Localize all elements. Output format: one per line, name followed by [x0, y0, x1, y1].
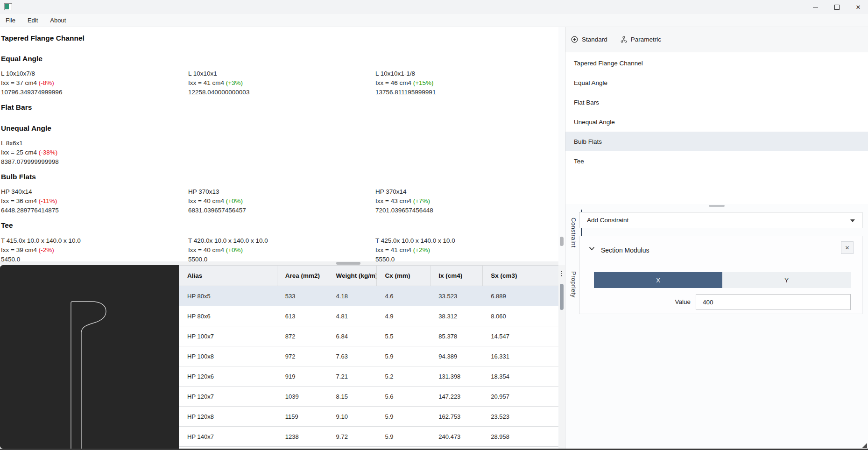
candidate-name: T 420.0x 10.0 x 140.0 x 10.0	[188, 236, 375, 246]
chevron-down-icon	[850, 219, 855, 222]
candidate-section[interactable]: L 10x10x7/8Ixx = 37 cm4 (-8%)10796.34937…	[1, 69, 188, 97]
candidate-section[interactable]: L 8x6x1Ixx = 25 cm4 (-38%)8387.079999999…	[1, 139, 188, 167]
app-icon	[4, 3, 12, 10]
candidate-raw-value: 12258.040000000003	[188, 88, 375, 97]
table-cell: 7.21	[328, 366, 377, 386]
candidate-delta: (-2%)	[39, 246, 54, 253]
vertical-scrollbar[interactable]	[558, 27, 565, 449]
remove-constraint-button[interactable]: ✕	[841, 241, 854, 254]
axis-toggle: X Y	[594, 272, 851, 288]
candidate-ixx: Ixx = 37 cm4 (-8%)	[1, 78, 188, 88]
axis-y-button[interactable]: Y	[722, 272, 851, 288]
table-cell: 9.72	[328, 427, 377, 446]
candidate-sections-pane: Tapered Flange ChannelEqual AngleL 10x10…	[0, 27, 558, 261]
candidate-ixx: Ixx = 39 cm4 (-2%)	[1, 246, 188, 255]
section-items-row: L 10x10x7/8Ixx = 37 cm4 (-8%)10796.34937…	[1, 69, 563, 97]
axis-x-button[interactable]: X	[594, 272, 722, 288]
bulb-flat-profile-drawing	[0, 265, 179, 449]
table-header-cell[interactable]: Weight (kg/m)	[328, 266, 377, 286]
section-type-item[interactable]: Equal Angle	[565, 73, 868, 92]
candidate-raw-value: 6448.289776414875	[1, 206, 188, 215]
table-cell: 94.389	[430, 346, 483, 366]
value-input[interactable]	[696, 294, 851, 310]
table-cell: HP 80x5	[179, 286, 277, 306]
table-cell: 4.9	[377, 306, 430, 326]
table-cell: 240.473	[430, 427, 483, 446]
table-cell: 23.523	[483, 407, 558, 426]
table-cell: 38.312	[430, 306, 483, 326]
table-row[interactable]: HP 140x712389.725.9240.47328.958	[179, 427, 558, 447]
candidate-ixx: Ixx = 46 cm4 (+15%)	[375, 78, 563, 88]
candidate-name: T 425.0x 10.0 x 140.0 x 10.0	[375, 236, 563, 246]
add-constraint-dropdown[interactable]: Add Constraint	[579, 212, 862, 228]
section-heading: Unequal Angle	[1, 124, 51, 133]
section-heading: Flat Bars	[1, 103, 32, 112]
table-header-cell[interactable]: Alias	[179, 266, 277, 286]
section-heading: Tee	[1, 221, 13, 230]
section-heading: Bulb Flats	[1, 172, 36, 182]
table-row[interactable]: HP 80x55334.184.633.5236.889	[179, 286, 558, 306]
table-cell: 33.523	[430, 286, 483, 306]
section-type-item[interactable]: Tee	[565, 151, 868, 171]
tab-parametric[interactable]: Parametric	[621, 36, 661, 43]
candidate-section[interactable]: T 415.0x 10.0 x 140.0 x 10.0Ixx = 39 cm4…	[1, 236, 188, 264]
menu-edit[interactable]: Edit	[28, 17, 38, 24]
table-header-cell[interactable]: Cx (mm)	[377, 266, 430, 286]
section-type-item[interactable]: Tapered Flange Channel	[565, 53, 868, 73]
candidate-section[interactable]: HP 370x13Ixx = 40 cm4 (+0%)6831.03965745…	[188, 187, 375, 215]
table-options-dots-icon[interactable]	[558, 268, 565, 279]
add-constraint-label: Add Constraint	[587, 217, 628, 224]
candidate-section[interactable]: T 420.0x 10.0 x 140.0 x 10.0Ixx = 40 cm4…	[188, 236, 375, 264]
table-row[interactable]: HP 100x78726.845.585.37814.547	[179, 326, 558, 346]
table-row[interactable]: HP 120x710398.155.6147.22320.957	[179, 387, 558, 407]
section-heading: Equal Angle	[1, 54, 42, 63]
candidate-ixx: Ixx = 43 cm4 (+7%)	[375, 197, 563, 206]
table-cell: 5.5	[377, 326, 430, 346]
parametric-icon	[621, 36, 627, 43]
table-scrollbar-thumb[interactable]	[560, 284, 564, 310]
resize-grip[interactable]	[862, 443, 867, 448]
table-header-cell[interactable]: Area (mm2)	[277, 266, 328, 286]
expander-chevron-down-icon[interactable]	[589, 246, 595, 251]
table-header-cell[interactable]: Ix (cm4)	[430, 266, 483, 286]
splitter-grip[interactable]	[709, 205, 725, 207]
section-type-item[interactable]: Unequal Angle	[565, 112, 868, 132]
table-row[interactable]: HP 80x66134.814.938.3128.060	[179, 306, 558, 326]
panel-splitter[interactable]	[565, 204, 868, 208]
menubar: FileEditAbout	[0, 14, 868, 27]
candidate-section[interactable]: HP 370x14Ixx = 43 cm4 (+7%)7201.03965745…	[375, 187, 563, 215]
candidate-ixx: Ixx = 40 cm4 (+0%)	[188, 246, 375, 255]
maximize-button[interactable]	[826, 0, 847, 14]
candidate-section[interactable]: L 10x10x1-1/8Ixx = 46 cm4 (+15%)13756.81…	[375, 69, 563, 97]
maximize-icon	[834, 5, 840, 10]
candidate-section[interactable]: HP 340x14Ixx = 36 cm4 (-11%)6448.2897764…	[1, 187, 188, 215]
section-type-item[interactable]: Bulb Flats	[565, 132, 868, 151]
horizontal-scrollbar[interactable]	[0, 261, 558, 265]
close-button[interactable]: ✕	[847, 0, 868, 14]
table-row[interactable]: HP 120x69197.215.2131.39818.354	[179, 366, 558, 387]
candidate-name: L 10x10x1	[188, 69, 375, 78]
section-type-item[interactable]: Flat Bars	[565, 92, 868, 112]
candidate-name: HP 340x14	[1, 187, 188, 197]
minimize-button[interactable]	[804, 0, 826, 14]
horizontal-scrollbar-thumb[interactable]	[336, 262, 360, 265]
tab-standard[interactable]: Standard	[571, 36, 607, 43]
candidate-raw-value: 7201.039657456448	[375, 206, 563, 215]
table-header-cell[interactable]: Sx (cm3)	[483, 266, 558, 286]
close-icon: ✕	[845, 245, 849, 251]
vertical-scrollbar-thumb[interactable]	[560, 237, 564, 246]
menu-about[interactable]: About	[50, 17, 66, 24]
section-preview-canvas[interactable]	[0, 265, 179, 449]
menu-file[interactable]: File	[6, 17, 15, 24]
table-row[interactable]: HP 120x811599.105.9162.75323.523	[179, 407, 558, 427]
candidate-delta: (+15%)	[413, 79, 434, 86]
table-cell: 162.753	[430, 407, 483, 426]
table-cell: 972	[277, 346, 328, 366]
candidate-section[interactable]: L 10x10x1Ixx = 41 cm4 (+3%)12258.0400000…	[188, 69, 375, 97]
candidate-raw-value: 10796.349374999996	[1, 88, 188, 97]
table-cell: 131.398	[430, 366, 483, 386]
table-cell: HP 80x6	[179, 306, 277, 326]
candidate-section[interactable]: T 425.0x 10.0 x 140.0 x 10.0Ixx = 41 cm4…	[375, 236, 563, 264]
candidate-delta: (+7%)	[413, 197, 430, 204]
table-row[interactable]: HP 100x89727.635.994.38916.331	[179, 346, 558, 366]
